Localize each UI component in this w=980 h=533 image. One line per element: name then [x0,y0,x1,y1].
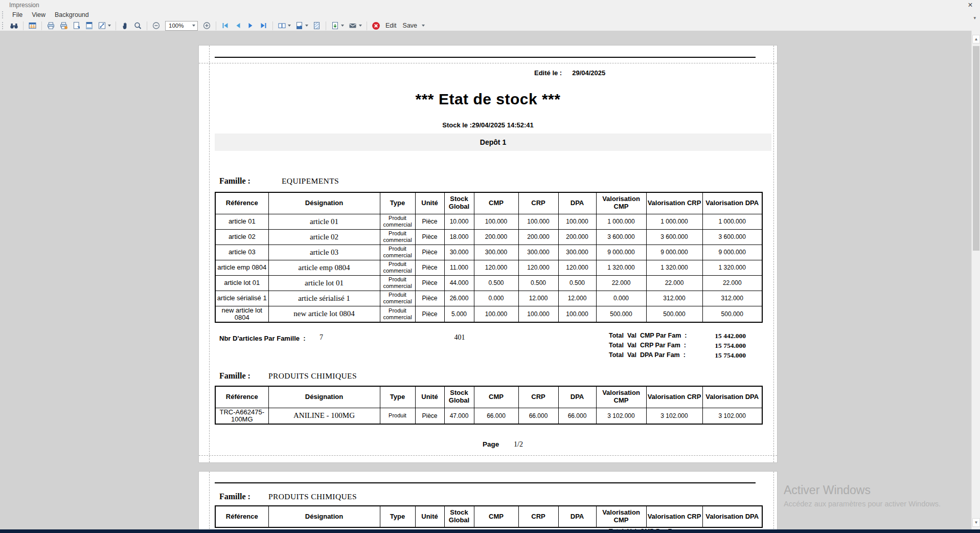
chevron-down-icon[interactable] [288,25,291,27]
famille-line: Famille : EQUIPEMENTS [199,176,777,187]
cell-reference: article lot 01 [215,275,268,291]
watermark-title: Activer Windows [784,483,941,497]
column-header: Désignation [268,192,380,214]
toolbar-separator [41,21,42,30]
export-document-icon[interactable] [329,20,346,31]
zoom-out-icon[interactable] [150,20,163,31]
cell-type: Produit commercial [380,291,415,306]
last-page-icon[interactable] [257,20,270,31]
cell-unite: Pièce [415,214,444,229]
next-page-icon[interactable] [244,20,257,31]
cell-dpa: 300.000 [558,245,596,260]
table-row: article emp 0804 article emp 0804 Produi… [215,260,762,275]
menu-file[interactable]: File [8,11,27,19]
total-line: Total Val DPA Par Fam : 15 754.000 [609,351,746,361]
preview-area[interactable]: Edité le :29/04/2025 *** Etat de stock *… [0,31,980,533]
cell-reference: article sérialisé 1 [215,291,268,306]
cell-dpa: 200.000 [558,229,596,245]
zoom-combo[interactable]: 100% [165,21,198,31]
edited-line: Edité le :29/04/2025 [534,69,605,77]
cell-valorisation-cmp: 500.000 [596,306,646,322]
quick-print-icon[interactable] [57,20,70,31]
cell-valorisation-cmp: 3 102.000 [596,408,646,424]
table-row: article 02 article 02 Produit commercial… [215,229,762,245]
hand-tool-icon[interactable] [119,20,131,31]
save-button[interactable]: Save [400,22,421,29]
scroll-up-icon[interactable]: ▲ [972,35,980,43]
cell-valorisation-crp: 1 000.000 [646,214,702,229]
menu-background[interactable]: Background [50,11,94,19]
header-rule [215,57,756,58]
vertical-scrollbar[interactable]: ▲ ▼ [971,31,980,533]
watermark-icon[interactable] [310,20,323,31]
chevron-down-icon[interactable] [192,25,195,27]
magnifier-icon[interactable] [131,20,144,31]
column-header: Valorisation CRP [646,506,702,527]
page-color-icon[interactable] [293,20,310,31]
zoom-in-icon[interactable] [200,20,213,31]
column-header: CMP [474,386,518,408]
column-header: Valorisation DPA [702,192,762,214]
column-header: Référence [215,386,268,408]
first-page-icon[interactable] [219,20,232,31]
watermark-subtitle: Accédez aux paramètres pour activer Wind… [784,500,941,508]
total-line: Total Val CRP Par Fam : 15 754.000 [609,342,746,351]
chevron-down-icon[interactable] [341,25,344,27]
chevron-down-icon[interactable] [108,25,111,27]
column-header: CRP [518,506,558,527]
taskbar-edge [0,529,980,533]
cell-valorisation-crp: 312.000 [646,291,702,306]
total-label: Total Val DPA Par Fam : [609,351,686,359]
search-icon[interactable] [8,20,20,31]
cell-designation: article sérialisé 1 [268,291,380,306]
cell-type: Produit commercial [380,229,415,245]
email-icon[interactable] [346,20,364,31]
edit-button[interactable]: Edit [382,22,400,29]
grip-handle[interactable] [2,11,5,18]
close-icon[interactable]: × [966,1,975,10]
cell-cmp: 120.000 [474,260,518,275]
prev-page-icon[interactable] [232,20,244,31]
report-page-2: Famille : PRODUITS CHIMIQUES RéférenceDé… [198,471,778,533]
column-header: Valorisation CMP [596,386,646,408]
cell-reference: article 01 [215,214,268,229]
cell-crp: 66.000 [518,408,558,424]
margin-guide [209,46,210,462]
cell-dpa: 100.000 [558,214,596,229]
cell-unite: Pièce [415,245,444,260]
column-header: Stock Global [444,506,474,527]
cell-valorisation-dpa: 22.000 [702,275,762,291]
customize-icon[interactable] [26,20,39,31]
table-row: article lot 01 article lot 01 Produit co… [215,275,762,291]
cell-cmp: 0.000 [474,291,518,306]
scroll-down-icon[interactable]: ▼ [972,518,980,527]
column-header: Référence [215,192,268,214]
column-header: DPA [558,192,596,214]
column-header: Type [380,386,415,408]
page-label: Page [483,440,499,448]
cell-designation: article 03 [268,245,380,260]
grip-handle[interactable] [2,22,5,29]
menu-view[interactable]: View [27,11,50,19]
multiple-pages-icon[interactable] [276,20,293,31]
title-bar: Impression × [0,0,980,10]
cell-crp: 100.000 [518,306,558,322]
scale-icon[interactable] [96,20,113,31]
chevron-down-icon[interactable] [422,25,425,27]
cell-valorisation-crp: 3 600.000 [646,229,702,245]
cell-valorisation-dpa: 312.000 [702,291,762,306]
scrollbar-thumb[interactable] [973,46,979,251]
cell-valorisation-crp: 500.000 [646,306,702,322]
close-preview-icon[interactable] [370,20,382,31]
page-setup-icon[interactable] [70,20,83,31]
chevron-down-icon[interactable] [359,25,362,27]
margin-guide [199,63,777,63]
famille-name: PRODUITS CHIMIQUES [268,492,357,501]
page-number: 1/2 [514,440,523,449]
print-icon[interactable] [44,20,57,31]
header-footer-icon[interactable] [83,20,96,31]
cell-type: Produit commercial [380,275,415,291]
table-row: article 03 article 03 Produit commercial… [215,245,762,260]
chevron-down-icon[interactable] [305,25,308,27]
famille-line: Famille : PRODUITS CHIMIQUES [199,371,777,382]
